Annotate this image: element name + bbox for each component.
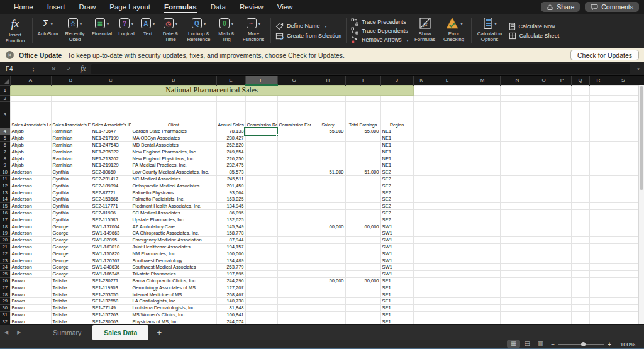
- cell-C21[interactable]: SW1-183010: [91, 243, 131, 250]
- cell-L4[interactable]: [430, 128, 465, 135]
- cell-L3[interactable]: [430, 102, 465, 128]
- cell-S32[interactable]: [608, 318, 638, 324]
- date-time-button[interactable]: ◷▾Date & Time: [158, 14, 183, 48]
- cell-R29[interactable]: [589, 297, 608, 304]
- cell-L11[interactable]: [430, 175, 465, 182]
- cell-P21[interactable]: [553, 243, 571, 250]
- cell-M30[interactable]: [465, 304, 500, 311]
- cell-Q10[interactable]: [571, 169, 589, 175]
- cell-N14[interactable]: [500, 196, 535, 202]
- cell-S10[interactable]: [608, 169, 638, 175]
- cell-L8[interactable]: [430, 155, 465, 162]
- cell-A27[interactable]: Brown: [10, 284, 51, 291]
- cell-G30[interactable]: [277, 304, 311, 311]
- cell-P13[interactable]: [553, 189, 571, 196]
- cell-S20[interactable]: [608, 236, 638, 243]
- cell-E21[interactable]: 194,157: [216, 243, 245, 250]
- cell-D15[interactable]: Piedmont Health Associates, Inc.: [131, 202, 216, 209]
- cell-F8[interactable]: [245, 155, 277, 162]
- cell-H32[interactable]: [311, 318, 345, 324]
- cell-C17[interactable]: SE2-115585: [91, 216, 131, 223]
- column-header-G[interactable]: G: [277, 76, 311, 85]
- cell-F4[interactable]: [245, 128, 277, 135]
- cell-A29[interactable]: Brown: [10, 297, 51, 304]
- cell-J27[interactable]: SE1: [380, 284, 413, 291]
- cell-I20[interactable]: [345, 236, 380, 243]
- cell-D20[interactable]: Emergency Medicine Association: [131, 236, 216, 243]
- text-button[interactable]: A▾Text: [138, 14, 158, 48]
- cell-R21[interactable]: [589, 243, 608, 250]
- cell-I13[interactable]: [345, 189, 380, 196]
- share-button[interactable]: Share: [541, 2, 580, 12]
- cell-I23[interactable]: [345, 257, 380, 264]
- cell-M31[interactable]: [465, 311, 500, 318]
- cell-C25[interactable]: SW1-186345: [91, 270, 131, 277]
- cell-M10[interactable]: [465, 169, 500, 175]
- cell-E16[interactable]: 86,895: [216, 209, 245, 216]
- cell-J24[interactable]: SW1: [380, 263, 413, 270]
- cell-S26[interactable]: [608, 277, 638, 284]
- menu-tab-view[interactable]: View: [270, 0, 300, 14]
- cell-G28[interactable]: [277, 291, 311, 298]
- cell-K28[interactable]: [413, 291, 430, 298]
- cell-F17[interactable]: [245, 216, 277, 223]
- cell-P5[interactable]: [553, 135, 571, 141]
- cell-K5[interactable]: [413, 135, 430, 141]
- cell-G5[interactable]: [277, 135, 311, 141]
- column-header-K[interactable]: K: [413, 76, 430, 85]
- cell-L2[interactable]: [430, 96, 465, 102]
- column-header-F[interactable]: F: [245, 76, 277, 85]
- cell-M18[interactable]: [465, 223, 500, 230]
- cell-B9[interactable]: Raminian: [51, 162, 91, 169]
- cell-R2[interactable]: [589, 96, 608, 102]
- cell-P4[interactable]: [553, 128, 571, 135]
- cell-H2[interactable]: [311, 96, 345, 102]
- error-checking-button[interactable]: ▾ Error Checking: [439, 14, 469, 48]
- cell-N26[interactable]: [500, 277, 535, 284]
- cell-O1[interactable]: [535, 85, 553, 96]
- column-header-B[interactable]: B: [51, 76, 91, 85]
- cell-I25[interactable]: [345, 270, 380, 277]
- cell-N10[interactable]: [500, 169, 535, 175]
- insert-function-fx-icon[interactable]: fx: [77, 64, 92, 74]
- cell-L5[interactable]: [430, 135, 465, 141]
- cell-E28[interactable]: 268,467: [216, 291, 245, 298]
- cell-D2[interactable]: [131, 96, 216, 102]
- cell-P7[interactable]: [553, 148, 571, 155]
- cell-F26[interactable]: [245, 277, 277, 284]
- cell-F16[interactable]: [245, 209, 277, 216]
- formula-bar-expand-icon[interactable]: ▼: [633, 67, 644, 71]
- cell-O14[interactable]: [535, 196, 553, 202]
- cell-B22[interactable]: George: [51, 250, 91, 257]
- cell-O24[interactable]: [535, 263, 553, 270]
- cell-B12[interactable]: Cynthia: [51, 182, 91, 189]
- cell-B26[interactable]: Tatisha: [51, 277, 91, 284]
- cell-Q30[interactable]: [571, 304, 589, 311]
- cell-D8[interactable]: New England Physicians, Inc.: [131, 155, 216, 162]
- cell-D7[interactable]: New England Pharmacies, Inc.: [131, 148, 216, 155]
- cell-K24[interactable]: [413, 263, 430, 270]
- cell-E13[interactable]: 93,064: [216, 189, 245, 196]
- cell-G25[interactable]: [277, 270, 311, 277]
- cell-D17[interactable]: Upstate Pharmacies, Inc.: [131, 216, 216, 223]
- cell-M21[interactable]: [465, 243, 500, 250]
- cell-N12[interactable]: [500, 182, 535, 189]
- column-header-A[interactable]: A: [10, 76, 51, 85]
- cell-B20[interactable]: George: [51, 236, 91, 243]
- column-header-R[interactable]: R: [589, 76, 608, 85]
- cell-C30[interactable]: SE1-77149: [91, 304, 131, 311]
- cell-O28[interactable]: [535, 291, 553, 298]
- cell-K6[interactable]: [413, 141, 430, 148]
- cell-N25[interactable]: [500, 270, 535, 277]
- cell-B18[interactable]: George: [51, 223, 91, 230]
- cell-O12[interactable]: [535, 182, 553, 189]
- chevron-down-icon[interactable]: ▾: [325, 24, 327, 28]
- cell-M9[interactable]: [465, 162, 500, 169]
- cell-Q20[interactable]: [571, 236, 589, 243]
- cell-R14[interactable]: [589, 196, 608, 202]
- cell-R3[interactable]: [589, 102, 608, 128]
- cell-A21[interactable]: Anderson: [10, 243, 51, 250]
- cell-C27[interactable]: SE1-119903: [91, 284, 131, 291]
- cell-Q22[interactable]: [571, 250, 589, 257]
- cell-P19[interactable]: [553, 230, 571, 236]
